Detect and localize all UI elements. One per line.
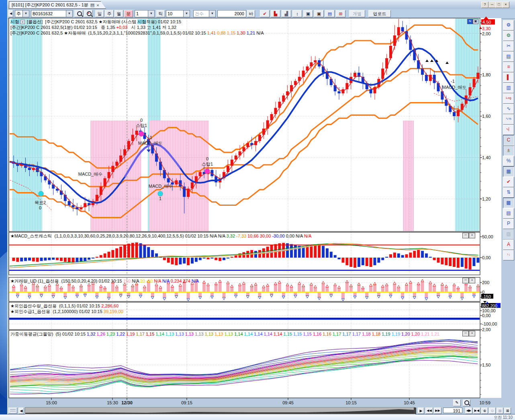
percent-change-button[interactable]: %	[503, 156, 514, 166]
navigator-minimap[interactable]	[25, 408, 415, 414]
price-bars-button[interactable]: ▟	[282, 10, 291, 17]
window-title: [6101] [주간]KP200 C 2601 632,5 - 1분	[12, 2, 88, 8]
indicator-settings-button[interactable]: ⚙	[503, 31, 514, 41]
day-button[interactable]: 일	[95, 10, 104, 17]
chevron-down-icon[interactable]: ▼	[148, 10, 154, 17]
title-bar[interactable]: [6101] [주간]KP200 C 2601 632,5 - 1분 ▤ × ?…	[8, 0, 515, 10]
grid-lines-button[interactable]: ▩	[503, 198, 514, 208]
wma-panel-close-button[interactable]: ×	[469, 331, 475, 336]
close-button[interactable]: ×	[502, 2, 509, 8]
volume-panel-close-button[interactable]: ×	[469, 278, 475, 283]
search-red-button[interactable]	[84, 10, 93, 17]
bar-position-input[interactable]: 191	[443, 408, 462, 413]
data-table-button[interactable]: ▦	[503, 166, 514, 177]
bar-style-button[interactable]: ▥	[503, 83, 514, 93]
navigator-grip[interactable]	[8, 408, 17, 414]
search-button[interactable]	[74, 10, 83, 17]
macd-panel-close-button[interactable]: ×	[469, 233, 475, 238]
signal-check-button[interactable]: ✔	[503, 177, 514, 187]
zoom-out-button[interactable]: ◀▶	[465, 408, 472, 414]
volume-bars-icon: ▙	[274, 11, 277, 16]
upload-button[interactable]: 업로드	[368, 10, 391, 17]
page-setup-button[interactable]: P	[503, 219, 514, 229]
maximize-button[interactable]: □	[495, 2, 503, 8]
wma-panel-minimize-button[interactable]: ─	[462, 331, 469, 336]
find-chart-icon: ▣	[317, 11, 321, 16]
line-volume-icon: ∿▏	[506, 127, 511, 131]
percent-scale-button[interactable]: ∿%	[503, 114, 514, 125]
flip-updown-button[interactable]: ↕	[292, 10, 302, 17]
book-page-button[interactable]: ▤	[325, 10, 335, 17]
count-combo[interactable]: 건수▼	[193, 10, 216, 17]
period-combo[interactable]: 주▼	[15, 10, 29, 17]
find-chart-button[interactable]: ▣	[314, 10, 324, 17]
chevron-down-icon[interactable]: ▼	[66, 10, 72, 17]
chart-settings-button[interactable]: ⚙	[503, 20, 514, 31]
jump-start-button[interactable]: ◀◀	[425, 408, 433, 414]
compare-chart-icon: C	[507, 137, 511, 143]
navigator-position-marker[interactable]	[414, 408, 416, 414]
memo-icon: A	[507, 242, 510, 247]
chevron-down-icon[interactable]: ▼	[22, 10, 29, 17]
erase-indicator-button[interactable]: ✂	[503, 41, 514, 51]
line-volume-button[interactable]: ∿▏	[503, 125, 514, 135]
grid-lines-icon: ▩	[506, 200, 511, 205]
log-scale-button[interactable]: Log	[503, 93, 514, 104]
bar-count-input[interactable]: 2000	[217, 10, 246, 17]
draw-pencil-button[interactable]: ✎	[453, 400, 461, 406]
copy-chart-button[interactable]: ▣	[303, 10, 313, 17]
zoom-in-button[interactable]: ▶◀	[473, 408, 480, 414]
macd-panel-minimize-button[interactable]: ─	[462, 233, 469, 238]
chevron-down-icon[interactable]: ▼	[183, 10, 190, 17]
print-button[interactable]: ▤	[503, 208, 514, 219]
individual-button[interactable]: 개별	[349, 10, 365, 17]
sort-updown-button[interactable]: ⇅	[503, 187, 514, 198]
zoom-magnifier-button[interactable]	[463, 400, 470, 406]
fit-screen-button[interactable]: ▩	[497, 408, 503, 414]
printer-icon[interactable]: ▤	[90, 2, 94, 8]
minute-button[interactable]: 분	[124, 10, 133, 17]
code-combo[interactable]: B0161632▼	[31, 10, 73, 17]
memo-button[interactable]: A	[503, 240, 514, 250]
window-title-tab[interactable]: [6101] [주간]KP200 C 2601 632,5 - 1분 ▤ ×	[9, 1, 106, 9]
screen-capture-button[interactable]: ▨	[503, 229, 514, 240]
text-list-button[interactable]: ≡	[503, 62, 514, 72]
load-layout-button[interactable]: ▤	[503, 51, 514, 62]
plus-minus-button[interactable]: ±	[503, 145, 514, 156]
scale-updown-icon: ↑↓	[507, 253, 510, 256]
grid-window-button[interactable]: ⊞	[336, 10, 345, 17]
volume-panel-minimize-button[interactable]: ─	[462, 278, 469, 283]
step-forward-button[interactable]: ▶	[418, 408, 424, 414]
chevron-down-icon[interactable]: ▼	[209, 10, 215, 17]
search-favorite-icon	[87, 11, 92, 16]
volume-panel-header: ★거래량_UD (1)_옵션용 (150,50,0,20,4,20) 01/02…	[10, 278, 199, 284]
tick-button[interactable]: 틱	[156, 10, 165, 17]
collapse-toolbar-button[interactable]: ◀	[8, 10, 13, 17]
candle-style-button[interactable]: ▌	[503, 72, 514, 83]
zoom-minus-button[interactable]: ⊖	[489, 408, 496, 414]
foreign-flow-header: ★외인수급1_옵션용 (1,2,100000) 01/02 10:15 39,1…	[10, 309, 123, 315]
volume-bars-button[interactable]: ▙	[271, 10, 280, 17]
auto-signal-check-button[interactable]: ✔	[260, 10, 270, 17]
tab-close-icon[interactable]: ×	[96, 3, 99, 8]
sort-updown-icon: ⇅	[507, 189, 511, 195]
high-low-line-button[interactable]: ∿	[503, 104, 514, 114]
tick-interval-combo[interactable]: 10▼	[166, 10, 190, 17]
week-button[interactable]: 주	[105, 10, 114, 17]
help-button[interactable]: ?	[481, 2, 488, 8]
minute-interval-combo[interactable]: 1▼	[135, 10, 155, 17]
foreign-qty-header: ★외인옵션수량_옵션용 (0,1,1,5) 01/02 10:15 2,286,…	[10, 303, 119, 309]
percent-change-icon: %	[507, 158, 511, 164]
minimize-button[interactable]: ─	[488, 2, 496, 8]
month-button[interactable]: 월	[114, 10, 123, 17]
main-chart-plot-area[interactable]	[9, 18, 480, 232]
scroll-left-button[interactable]: ◀	[18, 408, 24, 414]
wma-panel-header: 가중이동평균(그물망) (5) 01/02 10:15 1,32 1,26 1,…	[10, 331, 439, 337]
bar-unit-button[interactable]: 바	[247, 10, 255, 17]
compare-chart-button[interactable]: C	[503, 135, 514, 145]
scale-updown-button[interactable]: ↑↓	[503, 250, 514, 260]
taskbar[interactable]	[0, 414, 515, 420]
zoom-plus-button[interactable]: ⊕	[481, 408, 488, 414]
jump-end-button[interactable]: ▶▶	[434, 408, 441, 414]
close-navigator-button[interactable]: ⊠	[504, 408, 511, 414]
